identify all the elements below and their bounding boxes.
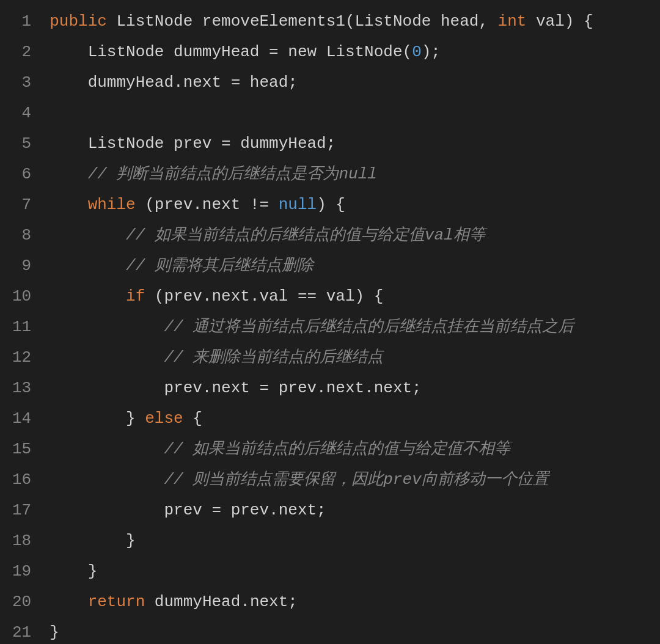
line-number-16: 16 bbox=[12, 464, 31, 495]
code-line-3: dummyHead.next = head; bbox=[50, 67, 660, 98]
code-line-1: public ListNode removeElements1(ListNode… bbox=[50, 6, 660, 37]
code-line-2: ListNode dummyHead = new ListNode(0); bbox=[50, 37, 660, 67]
code-line-13: prev.next = prev.next.next; bbox=[50, 373, 660, 403]
code-token: // 判断当前结点的后继结点是否为null bbox=[50, 159, 377, 189]
code-token: dummyHead.next; bbox=[145, 587, 298, 617]
code-line-21: } bbox=[50, 617, 660, 644]
code-token: return bbox=[88, 587, 145, 617]
code-token: (prev.next != bbox=[136, 189, 279, 220]
code-token: prev = prev.next; bbox=[50, 495, 326, 525]
code-line-4 bbox=[50, 98, 660, 128]
code-token: } bbox=[50, 403, 145, 434]
code-token: } bbox=[50, 556, 97, 587]
line-number-18: 18 bbox=[12, 525, 31, 556]
line-number-20: 20 bbox=[12, 587, 31, 617]
code-line-18: } bbox=[50, 525, 660, 556]
code-line-15: // 如果当前结点的后继结点的值与给定值不相等 bbox=[50, 434, 660, 464]
code-token: if bbox=[126, 281, 145, 312]
code-container: 123456789101112131415161718192021 public… bbox=[0, 0, 660, 644]
line-number-5: 5 bbox=[12, 128, 31, 159]
code-token: val) { bbox=[526, 6, 593, 37]
code-line-7: while (prev.next != null) { bbox=[50, 189, 660, 220]
code-token: // 如果当前结点的后继结点的值与给定值val相等 bbox=[50, 220, 485, 251]
code-token: 0 bbox=[412, 37, 422, 67]
line-number-12: 12 bbox=[12, 342, 31, 373]
code-token bbox=[50, 189, 87, 220]
code-line-9: // 则需将其后继结点删除 bbox=[50, 251, 660, 281]
code-token: (prev.next.val == val) { bbox=[145, 281, 383, 312]
line-number-8: 8 bbox=[12, 220, 31, 251]
line-number-11: 11 bbox=[12, 312, 31, 342]
line-number-7: 7 bbox=[12, 189, 31, 220]
code-line-10: if (prev.next.val == val) { bbox=[50, 281, 660, 312]
code-token: prev.next = prev.next.next; bbox=[50, 373, 422, 403]
code-token: } bbox=[50, 525, 135, 556]
code-token: else bbox=[145, 403, 183, 434]
line-number-1: 1 bbox=[12, 6, 31, 37]
code-token: while bbox=[88, 189, 136, 220]
code-token: null bbox=[279, 189, 317, 220]
code-line-8: // 如果当前结点的后继结点的值与给定值val相等 bbox=[50, 220, 660, 251]
line-number-21: 21 bbox=[12, 617, 31, 644]
line-number-19: 19 bbox=[12, 556, 31, 587]
code-line-12: // 来删除当前结点的后继结点 bbox=[50, 342, 660, 373]
line-numbers: 123456789101112131415161718192021 bbox=[0, 6, 43, 644]
code-token: ListNode prev = dummyHead; bbox=[50, 128, 336, 159]
code-token: ); bbox=[422, 37, 441, 67]
line-number-4: 4 bbox=[12, 98, 31, 128]
code-line-19: } bbox=[50, 556, 660, 587]
code-token: int bbox=[498, 6, 527, 37]
code-token: dummyHead.next = head; bbox=[50, 67, 298, 98]
code-line-5: ListNode prev = dummyHead; bbox=[50, 128, 660, 159]
code-line-14: } else { bbox=[50, 403, 660, 434]
code-token: public bbox=[50, 6, 107, 37]
code-token: // 如果当前结点的后继结点的值与给定值不相等 bbox=[50, 434, 510, 464]
line-number-15: 15 bbox=[12, 434, 31, 464]
line-number-10: 10 bbox=[12, 281, 31, 312]
code-line-11: // 通过将当前结点后继结点的后继结点挂在当前结点之后 bbox=[50, 312, 660, 342]
code-lines: public ListNode removeElements1(ListNode… bbox=[43, 6, 660, 644]
code-line-17: prev = prev.next; bbox=[50, 495, 660, 525]
code-token: // 通过将当前结点后继结点的后继结点挂在当前结点之后 bbox=[50, 312, 574, 342]
code-token: // 来删除当前结点的后继结点 bbox=[50, 342, 383, 373]
code-token: ListNode removeElements1(ListNode head, bbox=[107, 6, 498, 37]
code-line-20: return dummyHead.next; bbox=[50, 587, 660, 617]
code-line-6: // 判断当前结点的后继结点是否为null bbox=[50, 159, 660, 189]
line-number-3: 3 bbox=[12, 67, 31, 98]
line-number-6: 6 bbox=[12, 159, 31, 189]
code-token: ListNode dummyHead = new ListNode( bbox=[50, 37, 412, 67]
line-number-14: 14 bbox=[12, 403, 31, 434]
code-token: { bbox=[183, 403, 202, 434]
code-token bbox=[50, 281, 126, 312]
code-token: // 则当前结点需要保留，因此prev向前移动一个位置 bbox=[50, 464, 548, 495]
code-token: } bbox=[50, 617, 59, 644]
code-token bbox=[50, 587, 87, 617]
code-token: // 则需将其后继结点删除 bbox=[50, 251, 314, 281]
line-number-17: 17 bbox=[12, 495, 31, 525]
line-number-13: 13 bbox=[12, 373, 31, 403]
code-line-16: // 则当前结点需要保留，因此prev向前移动一个位置 bbox=[50, 464, 660, 495]
line-number-2: 2 bbox=[12, 37, 31, 67]
code-token: ) { bbox=[317, 189, 345, 220]
line-number-9: 9 bbox=[12, 251, 31, 281]
